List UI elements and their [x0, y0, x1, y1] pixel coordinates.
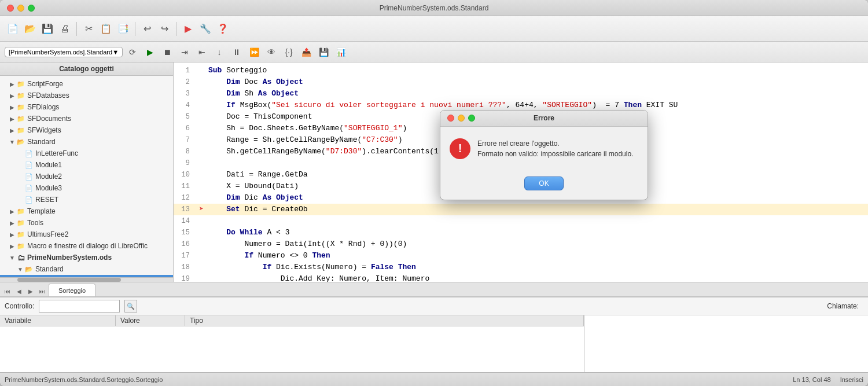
module-selector[interactable]: [PrimeNumberSystem.ods].Standard ▼: [5, 47, 123, 57]
maximize-button[interactable]: [28, 5, 35, 12]
scrollbar-thumb[interactable]: [17, 278, 121, 282]
bottom-panel: Controllo: 🔍 Chiamate: Variabile Valore …: [0, 297, 868, 372]
folder-icon: 📁: [16, 207, 25, 216]
undo-btn[interactable]: ↩: [139, 21, 155, 37]
dialog-maximize-btn[interactable]: [468, 115, 475, 122]
tree-item-reset[interactable]: 📄 RESET: [0, 194, 173, 205]
tree-item-template[interactable]: ▶ 📁 Template: [0, 205, 173, 217]
tree-item-primenumber[interactable]: ▼ 🗂 PrimeNumberSystem.ods: [0, 252, 173, 263]
tree-item-macro[interactable]: ▶ 📁 Macro e finestre di dialogo di Libre…: [0, 240, 173, 252]
stop-btn[interactable]: ⏹: [160, 45, 175, 60]
tab-nav-next[interactable]: ▶: [25, 286, 36, 296]
expand-icon: ▶: [8, 115, 16, 123]
sidebar-tree[interactable]: ▶ 📁 ScriptForge ▶ 📁 SFDatabases ▶ 📁 SFDi…: [0, 76, 173, 277]
tree-item-module2[interactable]: 📄 Module2: [0, 171, 173, 182]
bottom-top-row: Controllo: 🔍 Chiamate:: [0, 297, 868, 315]
tree-label: Tools: [27, 219, 43, 227]
sidebar-scrollbar[interactable]: [0, 277, 173, 282]
expand-icon: ▶: [8, 207, 16, 215]
tree-label: SFDocuments: [27, 115, 71, 123]
watch-btn[interactable]: 👁: [264, 45, 279, 60]
print-btn[interactable]: 🖨: [57, 21, 73, 37]
variables-panel: Variabile Valore Tipo: [0, 315, 584, 373]
main-window: PrimeNumberSystem.ods.Standard 📄 📂 💾 🖨 ✂…: [0, 0, 868, 386]
step-in-btn[interactable]: ⇥: [177, 45, 192, 60]
file-icon: 📄: [24, 195, 34, 204]
file-icon: 📄: [24, 160, 34, 170]
tree-label: Template: [27, 207, 56, 215]
export-btn[interactable]: 📤: [299, 45, 314, 60]
tree-item-tools[interactable]: ▶ 📁 Tools: [0, 217, 173, 229]
sep2: [135, 22, 135, 36]
watch-add-btn[interactable]: 🔍: [124, 300, 137, 313]
macro-btn[interactable]: 🔧: [197, 21, 214, 37]
tree-item-module3[interactable]: 📄 Module3: [0, 182, 173, 194]
tab-sorteggio[interactable]: Sorteggio: [49, 284, 95, 296]
expand-icon: ▶: [8, 242, 16, 250]
tree-item-sfwidgets[interactable]: ▶ 📁 SFWidgets: [0, 124, 173, 136]
close-button[interactable]: [7, 5, 14, 12]
continue-btn[interactable]: ⏩: [247, 45, 262, 60]
tree-item-module1[interactable]: 📄 Module1: [0, 159, 173, 171]
help-btn[interactable]: ❓: [215, 21, 231, 37]
minimize-button[interactable]: [17, 5, 24, 12]
tab-nav-last[interactable]: ⏭: [37, 286, 47, 296]
save-btn[interactable]: 💾: [39, 21, 56, 37]
expand-icon: [16, 161, 24, 169]
window-title: PrimeNumberSystem.ods.Standard: [380, 4, 489, 12]
controllo-input[interactable]: [39, 300, 120, 313]
status-bar: PrimeNumberSystem.ods.Standard.Sorteggio…: [0, 372, 868, 386]
play-btn[interactable]: ▶: [142, 45, 157, 60]
toolbar1: 📄 📂 💾 🖨 ✂ 📋 📑 ↩ ↪ ▶ 🔧 ❓: [0, 16, 868, 42]
run-btn[interactable]: ▶: [180, 21, 196, 37]
col-variabile: Variabile: [0, 315, 116, 326]
main-content: Catalogo oggetti ▶ 📁 ScriptForge ▶ 📁 SFD…: [0, 63, 868, 282]
copy-btn[interactable]: 📋: [98, 21, 114, 37]
tab-nav-prev[interactable]: ◀: [14, 286, 24, 296]
expand-icon: [16, 196, 24, 204]
file-icon: 📄: [24, 183, 34, 193]
dialog-message: Errore nel creare l'oggetto. Formato non…: [477, 138, 633, 159]
pause-btn[interactable]: ⏸: [229, 45, 244, 60]
tree-item-inletterefunc[interactable]: 📄 InLettereFunc: [0, 148, 173, 159]
expand-icon: [16, 149, 24, 157]
var-header: Variabile Valore Tipo: [0, 315, 584, 326]
var-body: [0, 326, 584, 373]
tab-bar: ⏮ ◀ ▶ ⏭ Sorteggio: [0, 282, 868, 297]
step-over-btn[interactable]: ↓: [212, 45, 227, 60]
dialog-minimize-btn[interactable]: [458, 115, 465, 122]
tree-label: Module1: [35, 161, 62, 169]
new-btn[interactable]: 📄: [5, 21, 21, 37]
toolbar2: [PrimeNumberSystem.ods].Standard ▼ ⟳ ▶ ⏹…: [0, 42, 868, 63]
spreadsheet-btn[interactable]: 📊: [333, 45, 348, 60]
tree-label: SFWidgets: [27, 126, 61, 134]
dialog-title-bar: Errore: [440, 111, 648, 127]
dialog-traffic-lights: [447, 115, 475, 122]
dialog-ok-button[interactable]: OK: [524, 177, 563, 190]
tree-item-sfdialogs[interactable]: ▶ 📁 SFDialogs: [0, 101, 173, 113]
tree-label: PrimeNumberSystem.ods: [27, 253, 112, 262]
open-btn[interactable]: 📂: [22, 21, 38, 37]
folder-icon: 📁: [16, 91, 25, 100]
dialog-message-line2: Formato non valido: impossibile caricare…: [477, 149, 633, 159]
step-out-btn[interactable]: ⇤: [194, 45, 209, 60]
tree-item-scriptforge[interactable]: ▶ 📁 ScriptForge: [0, 78, 173, 90]
save2-btn[interactable]: 💾: [316, 45, 331, 60]
status-mode: Inserisci: [840, 376, 863, 383]
redo-btn[interactable]: ↪: [156, 21, 172, 37]
tree-item-standard[interactable]: ▼ 📂 Standard: [0, 136, 173, 148]
dialog-message-line1: Errore nel creare l'oggetto.: [477, 138, 633, 149]
tree-label: SFDialogs: [27, 103, 59, 111]
editor-area: 1 Sub Sorteggio 2 Dim Doc As Object 3 Di…: [174, 63, 868, 282]
macro-organize-btn[interactable]: {·}: [281, 45, 296, 60]
tree-item-ultimusfree2[interactable]: ▶ 📁 UltimusFree2: [0, 229, 173, 240]
expand-icon: [16, 172, 24, 181]
tab-nav-first[interactable]: ⏮: [2, 286, 13, 296]
refresh-btn[interactable]: ⟳: [125, 45, 140, 60]
paste-btn[interactable]: 📑: [115, 21, 131, 37]
dialog-close-btn[interactable]: [447, 115, 454, 122]
tree-item-sfdocuments[interactable]: ▶ 📁 SFDocuments: [0, 113, 173, 124]
tree-item-sfdatabases[interactable]: ▶ 📁 SFDatabases: [0, 90, 173, 101]
cut-btn[interactable]: ✂: [80, 21, 97, 37]
tree-item-standard2[interactable]: ▼ 📂 Standard: [0, 263, 173, 275]
